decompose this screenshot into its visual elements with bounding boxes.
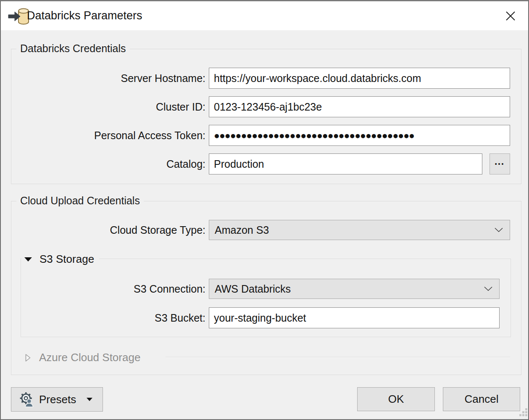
cloud-storage-type-dropdown[interactable]: Amazon S3 [209, 220, 510, 240]
cluster-id-input[interactable] [209, 96, 510, 117]
cloud-storage-type-label: Cloud Storage Type: [16, 220, 205, 240]
s3-connection-value: AWS Databricks [215, 283, 291, 295]
close-icon [505, 11, 516, 21]
resize-grip[interactable] [519, 408, 527, 416]
presets-label: Presets [39, 393, 76, 406]
title-bar: Databricks Parameters [1, 1, 528, 30]
cloud-storage-type-value: Amazon S3 [215, 224, 269, 236]
azure-cloud-storage-header: Azure Cloud Storage [39, 351, 140, 364]
cluster-id-label: Cluster ID: [16, 96, 205, 117]
ellipsis-icon: ••• [495, 161, 505, 167]
cloud-upload-credentials-legend: Cloud Upload Credentials [16, 195, 144, 207]
expander-collapsed-icon [25, 353, 31, 362]
s3-connection-dropdown[interactable]: AWS Databricks [209, 279, 500, 299]
personal-access-token-input[interactable] [209, 125, 510, 146]
dialog-title: Databricks Parameters [27, 1, 142, 30]
server-hostname-input[interactable] [209, 68, 510, 89]
azure-section-divider [166, 357, 510, 358]
caret-down-icon [86, 397, 93, 402]
catalog-input[interactable] [209, 153, 482, 174]
ok-button[interactable]: OK [357, 387, 435, 411]
s3-bucket-input[interactable] [209, 307, 500, 328]
azure-cloud-storage-expander[interactable]: Azure Cloud Storage [25, 351, 140, 364]
presets-button[interactable]: Presets [11, 387, 103, 412]
s3-bucket-label: S3 Bucket: [16, 307, 205, 328]
chevron-down-icon [484, 287, 492, 291]
catalog-label: Catalog: [16, 153, 205, 174]
personal-access-token-label: Personal Access Token: [16, 125, 205, 146]
expander-expanded-icon [24, 257, 32, 262]
catalog-browse-button[interactable]: ••• [490, 153, 510, 174]
cancel-button[interactable]: Cancel [443, 387, 520, 411]
databricks-credentials-legend: Databricks Credentials [16, 42, 130, 55]
server-hostname-label: Server Hostname: [16, 68, 205, 89]
databricks-parameters-dialog: Databricks Parameters Databricks Credent… [0, 0, 529, 420]
ok-label: OK [388, 393, 404, 406]
s3-storage-header: S3 Storage [39, 253, 94, 266]
chevron-down-icon [495, 228, 503, 232]
s3-connection-label: S3 Connection: [16, 279, 205, 299]
presets-gear-user-icon [19, 392, 36, 407]
close-button[interactable] [501, 7, 520, 25]
s3-storage-expander[interactable]: S3 Storage [21, 253, 99, 266]
cancel-label: Cancel [465, 393, 499, 406]
